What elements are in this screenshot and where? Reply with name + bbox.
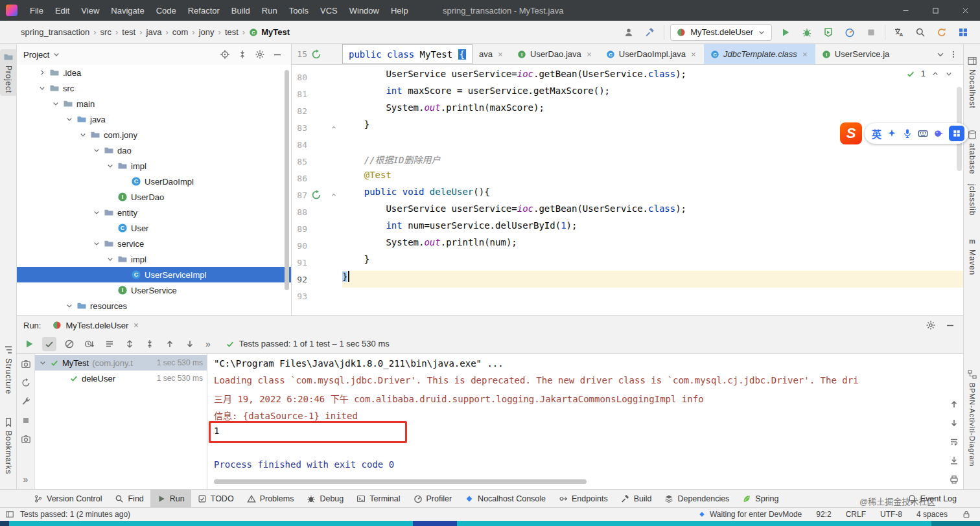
chevron-down-icon[interactable] — [52, 51, 60, 58]
caret-position[interactable]: 92:2 — [816, 510, 831, 519]
show-passed-toggle[interactable] — [42, 337, 56, 351]
sidebar-item-bpmn-activiti-diagram[interactable]: BPMN-Activiti-Diagram — [964, 367, 980, 469]
close-button[interactable] — [950, 0, 980, 21]
run-config-select[interactable]: MyTest.deleUser — [670, 24, 772, 41]
toolwindow-todo[interactable]: TODO — [191, 490, 240, 508]
stop-process-icon[interactable] — [21, 415, 31, 426]
locate-file-button[interactable] — [218, 47, 232, 62]
tree-item-User[interactable]: CUser — [17, 220, 291, 236]
toolwindow-endpoints[interactable]: Endpoints — [552, 490, 614, 508]
code-line-88[interactable]: 88 UserService userService=ioc.getBean(U… — [292, 203, 963, 220]
menu-help[interactable]: Help — [385, 3, 414, 18]
chevron-down-icon[interactable] — [38, 84, 46, 92]
breadcrumb-java[interactable]: java — [144, 26, 165, 38]
ime-mascot-icon[interactable] — [933, 128, 944, 139]
sync-icon[interactable] — [934, 25, 950, 40]
editor-tab-UserDaoImpl.java[interactable]: CUserDaoImpl.java — [600, 44, 704, 64]
chevron-down-icon[interactable] — [52, 100, 60, 108]
tree-item-UserService[interactable]: IUserService — [17, 282, 291, 298]
ime-keyboard-icon[interactable] — [918, 128, 928, 139]
coverage-button[interactable] — [821, 25, 836, 40]
toolwindow-build[interactable]: Build — [614, 490, 659, 508]
breadcrumb-test[interactable]: test — [222, 26, 241, 38]
breadcrumb-com[interactable]: com — [170, 26, 191, 38]
tree-item-java[interactable]: java — [17, 111, 291, 127]
toolwindow-terminal[interactable]: Terminal — [350, 490, 406, 508]
run-tab[interactable]: MyTest.deleUser — [52, 321, 140, 330]
toolwindow-run[interactable]: Run — [150, 490, 191, 508]
toolwindow-version-control[interactable]: Version Control — [27, 490, 108, 508]
run-class-gutter-icon[interactable] — [311, 49, 321, 60]
scroll-to-end-icon[interactable] — [949, 455, 959, 466]
menu-file[interactable]: File — [24, 3, 49, 18]
tree-item-src[interactable]: src — [17, 80, 291, 96]
devmode-status[interactable]: Waiting for enter DevMode — [698, 510, 802, 519]
chevron-down-icon[interactable] — [106, 162, 114, 170]
ime-mic-icon[interactable] — [902, 128, 913, 139]
run-settings-icon[interactable] — [926, 320, 936, 330]
toolwindow-profiler[interactable]: Profiler — [407, 490, 459, 508]
rerun-tests-button[interactable] — [22, 337, 36, 351]
chevron-down-icon[interactable] — [39, 359, 47, 367]
plugin-grid-icon[interactable] — [955, 25, 971, 40]
tree-item-.idea[interactable]: .idea — [17, 65, 291, 80]
tree-item-resources[interactable]: resources — [17, 298, 291, 314]
ime-skin-icon[interactable] — [887, 128, 897, 139]
code-line-93[interactable]: 93 — [292, 288, 963, 304]
tree-item-impl[interactable]: impl — [17, 251, 291, 267]
tree-item-main[interactable]: main — [17, 96, 291, 111]
previous-problem-icon[interactable] — [931, 70, 939, 78]
breadcrumb-spring_transaction[interactable]: spring_transaction — [18, 26, 92, 38]
close-tab-icon[interactable] — [496, 51, 504, 58]
toolwindow-debug[interactable]: Debug — [300, 490, 350, 508]
menu-edit[interactable]: Edit — [49, 3, 75, 18]
code-line-87[interactable]: 87 public void deleUser(){ — [292, 187, 963, 203]
expand-all-button[interactable] — [122, 337, 137, 351]
toolwindow-nocalhost-console[interactable]: Nocalhost Console — [458, 490, 552, 508]
hide-panel-button[interactable] — [270, 47, 285, 62]
menu-vcs[interactable]: VCS — [314, 3, 344, 18]
breadcrumb-test[interactable]: test — [119, 26, 138, 38]
toolwindow-spring[interactable]: Spring — [736, 490, 785, 508]
code-editor[interactable]: 80 UserService userService=ioc.getBean(U… — [292, 65, 963, 315]
tree-item-UserDaoImpl[interactable]: CUserDaoImpl — [17, 174, 291, 189]
chevron-right-icon[interactable] — [38, 69, 46, 76]
test-options-button[interactable] — [102, 337, 117, 351]
print-icon[interactable] — [949, 474, 959, 485]
screenshot-icon[interactable] — [21, 434, 31, 444]
sort-by-duration-button[interactable] — [82, 337, 97, 351]
code-line-82[interactable]: 82 System.out.println(maxScore); — [292, 102, 963, 119]
editor-tab-UserDao.java[interactable]: IUserDao.java — [511, 44, 600, 64]
chevron-down-icon[interactable] — [65, 115, 73, 123]
ime-language-toggle[interactable]: 英 — [872, 127, 881, 141]
toolwindow-dependencies[interactable]: Dependencies — [658, 490, 736, 508]
file-encoding[interactable]: UTF-8 — [880, 510, 902, 519]
code-line-91[interactable]: 91 } — [292, 254, 963, 271]
close-run-tab-icon[interactable] — [132, 321, 140, 329]
menu-window[interactable]: Window — [344, 3, 385, 18]
close-tab-icon[interactable] — [585, 51, 593, 58]
code-line-90[interactable]: 90 System.out.println(num); — [292, 237, 963, 254]
show-ignored-toggle[interactable] — [62, 337, 76, 351]
scroll-down-icon[interactable] — [949, 418, 959, 428]
collapse-all-button[interactable] — [235, 47, 250, 62]
rerun-icon[interactable] — [21, 378, 31, 388]
chevron-down-icon[interactable] — [106, 255, 114, 263]
toolwindow-find[interactable]: Find — [108, 490, 150, 508]
sidebar-item-nocalhost[interactable]: Nocalhost — [964, 53, 980, 111]
collapse-all-button[interactable] — [143, 337, 157, 351]
search-everywhere-icon[interactable] — [913, 25, 928, 40]
close-tab-icon[interactable] — [801, 51, 809, 58]
test-settings-icon[interactable] — [21, 396, 31, 407]
scroll-up-icon[interactable] — [949, 399, 959, 409]
ime-grid-icon[interactable] — [949, 126, 964, 141]
translate-icon[interactable]: A — [891, 25, 907, 40]
more-icon[interactable]: » — [23, 474, 29, 485]
next-problem-icon[interactable] — [945, 70, 953, 78]
tree-item-service[interactable]: service — [17, 236, 291, 251]
code-line-92[interactable]: 92} — [292, 271, 963, 288]
breadcrumb-MyTest[interactable]: CMyTest — [246, 26, 292, 38]
fold-marker-icon[interactable] — [330, 191, 338, 199]
stripe-toggle-icon[interactable] — [5, 510, 14, 519]
sogou-logo-icon[interactable]: S — [840, 122, 862, 144]
